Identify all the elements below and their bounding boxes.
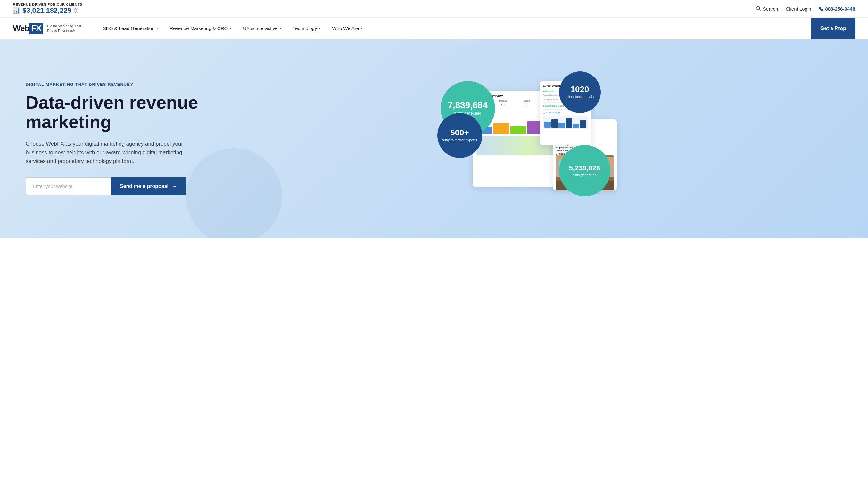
- nav-item-who-we-are[interactable]: Who We Are ▾: [326, 18, 368, 39]
- nav-item-revenue-marketing[interactable]: Revenue Marketing & CRO ▾: [164, 18, 237, 39]
- logo-web-text: Web: [13, 23, 29, 33]
- leads-number: 7,839,684: [447, 101, 488, 110]
- calls-label: calls generated: [572, 173, 597, 177]
- val-leads: 316: [524, 103, 528, 106]
- chevron-down-icon: ▾: [319, 27, 320, 30]
- hero-form: Send me a proposal →: [26, 177, 186, 195]
- hero-title: Data-driven revenue marketing: [26, 93, 212, 132]
- calls-number: 5,239,028: [569, 165, 600, 172]
- col-tracked: Tracked: [499, 100, 507, 102]
- logo-tagline: Digital Marketing That Drives Revenue®: [47, 24, 86, 33]
- calls-stat-bubble: 5,239,028 calls generated: [559, 145, 610, 196]
- phone-link[interactable]: 888-256-9448: [819, 6, 855, 11]
- search-icon: [756, 6, 761, 11]
- chevron-down-icon: ▾: [156, 27, 158, 30]
- hero-description: Choose WebFX as your digital marketing a…: [26, 140, 186, 166]
- chevron-down-icon: ▾: [280, 27, 281, 30]
- testimonials-label: client testimonials: [563, 95, 596, 99]
- search-label: Search: [763, 6, 778, 11]
- dashboard-mockup: Analytics Overview Trend Tracked Leads S…: [447, 75, 607, 203]
- nav-seo-label: SEO & Lead Generation: [103, 26, 155, 31]
- testimonials-stat-bubble: 1020 client testimonials: [559, 71, 601, 113]
- nav-item-technology[interactable]: Technology ▾: [287, 18, 327, 39]
- logo-fx-text: FX: [29, 23, 43, 34]
- main-navigation: Web FX Digital Marketing That Drives Rev…: [0, 18, 868, 39]
- send-proposal-button[interactable]: Send me a proposal →: [111, 177, 186, 195]
- search-link[interactable]: Search: [756, 6, 778, 11]
- website-input[interactable]: [26, 177, 111, 195]
- nav-items: SEO & Lead Generation ▾ Revenue Marketin…: [97, 18, 811, 39]
- nav-who-label: Who We Are: [332, 26, 359, 31]
- nav-item-seo[interactable]: SEO & Lead Generation ▾: [97, 18, 164, 39]
- revenue-driven-section: REVENUE DRIVEN FOR OUR CLIENTS 📊 $3,021,…: [13, 3, 82, 15]
- revenue-amount-row: 📊 $3,021,182,229 i: [13, 6, 82, 15]
- logo-box: Web FX: [13, 23, 43, 34]
- client-login-link[interactable]: Client Login: [786, 6, 811, 11]
- hero-eyebrow: DIGITAL MARKETING THAT DRIVES REVENUE®: [26, 82, 212, 87]
- top-bar: REVENUE DRIVEN FOR OUR CLIENTS 📊 $3,021,…: [0, 0, 868, 18]
- get-proposal-cta-button[interactable]: Get a Prop: [811, 18, 855, 39]
- phone-icon: [819, 6, 824, 11]
- hero-right: Analytics Overview Trend Tracked Leads S…: [212, 59, 842, 219]
- logo-area[interactable]: Web FX Digital Marketing That Drives Rev…: [13, 18, 92, 39]
- chart-bar: [510, 126, 526, 133]
- svg-point-37: [597, 193, 599, 194]
- nav-technology-label: Technology: [293, 26, 317, 31]
- experts-label: subject-matter experts: [440, 138, 480, 142]
- chart-bar: [493, 123, 509, 133]
- send-proposal-label: Send me a proposal: [120, 184, 168, 189]
- bar-chart-icon: 📊: [13, 7, 20, 14]
- col-leads: Leads: [523, 100, 530, 102]
- revenue-number: $3,021,182,229: [23, 6, 71, 15]
- val-tracked: 403: [501, 103, 505, 106]
- phone-number: 888-256-9448: [826, 6, 855, 11]
- nav-ux-label: UX & Interactive: [243, 26, 277, 31]
- experts-number: 500+: [450, 128, 469, 137]
- experts-stat-bubble: 500+ subject-matter experts: [437, 113, 482, 158]
- chevron-down-icon: ▾: [230, 27, 231, 30]
- testimonials-number: 1020: [571, 85, 589, 94]
- chevron-down-icon: ▾: [361, 27, 362, 30]
- top-bar-right: Search Client Login 888-256-9448: [756, 6, 855, 11]
- nav-item-ux[interactable]: UX & Interactive ▾: [237, 18, 287, 39]
- hero-left: DIGITAL MARKETING THAT DRIVES REVENUE® D…: [26, 82, 212, 196]
- mini-activity-chart: [543, 116, 588, 129]
- nav-revenue-label: Revenue Marketing & CRO: [169, 26, 228, 31]
- revenue-label: REVENUE DRIVEN FOR OUR CLIENTS: [13, 3, 82, 6]
- svg-line-1: [759, 10, 760, 11]
- info-icon[interactable]: i: [74, 8, 79, 13]
- arrow-icon: →: [172, 184, 177, 189]
- hero-section: DIGITAL MARKETING THAT DRIVES REVENUE® D…: [0, 39, 868, 238]
